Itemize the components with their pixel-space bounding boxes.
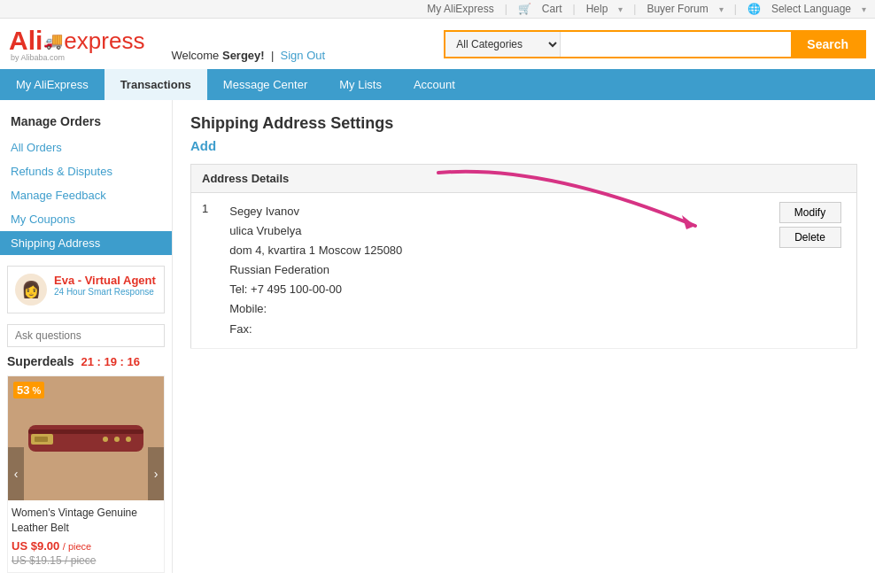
address-country: Russian Federation	[229, 260, 757, 280]
logo-subtitle: by Alibaba.com	[11, 53, 144, 62]
address-mobile: Mobile:	[229, 299, 757, 319]
help-dropdown-icon: ▾	[618, 4, 623, 14]
language-dropdown-icon: ▾	[862, 4, 866, 14]
product-title: Women's Vintage Genuine Leather Belt	[12, 506, 160, 536]
logo: Ali 🚚 express by Alibaba.com	[9, 26, 144, 62]
logo-express: express	[64, 27, 144, 55]
virtual-agent-section: 👩 Eva - Virtual Agent 24 Hour Smart Resp…	[7, 266, 165, 313]
address-number: 1	[191, 193, 220, 349]
globe-icon: 🌐	[747, 3, 761, 15]
product-prev-button[interactable]: ‹	[8, 447, 24, 500]
delete-button[interactable]: Delete	[779, 227, 841, 248]
sidebar-item-all-orders[interactable]: All Orders	[0, 135, 172, 159]
product-card[interactable]: 53 % ‹ › Women's Vintage Genuine Leather…	[7, 375, 165, 573]
cart-link[interactable]: Cart	[542, 3, 562, 15]
address-fax: Fax:	[229, 320, 757, 339]
search-input-wrap: All Categories Search	[444, 30, 866, 58]
discount-badge: 53 %	[13, 382, 44, 398]
address-tel: Tel: +7 495 100-00-00	[229, 280, 757, 299]
add-address-link[interactable]: Add	[190, 138, 216, 153]
tab-transactions[interactable]: Transactions	[105, 69, 207, 100]
svg-point-4	[103, 437, 108, 442]
category-select[interactable]: All Categories	[445, 32, 561, 57]
buyer-forum-link[interactable]: Buyer Forum	[647, 3, 708, 15]
address-name: Segey Ivanov	[229, 202, 757, 221]
belt-svg	[24, 394, 148, 483]
address-table-header: Address Details	[191, 165, 857, 193]
agent-avatar: 👩	[15, 274, 47, 306]
product-price: US $9.00 / piece	[12, 539, 160, 553]
address-section: Address Details 1 Segey Ivanov ulica Vru…	[190, 164, 857, 349]
tab-my-aliexpress[interactable]: My AliExpress	[0, 69, 105, 100]
very-top-bar: My AliExpress | 🛒 Cart | Help ▾ | Buyer …	[0, 0, 875, 19]
sign-out-link[interactable]: Sign Out	[281, 49, 326, 62]
buyer-forum-dropdown-icon: ▾	[719, 4, 724, 14]
header-section: Ali 🚚 express by Alibaba.com Welcome Ser…	[0, 19, 875, 69]
tab-account[interactable]: Account	[398, 69, 471, 100]
logo-truck-icon: 🚚	[43, 31, 63, 50]
agent-info: Eva - Virtual Agent 24 Hour Smart Respon…	[54, 274, 157, 297]
search-button[interactable]: Search	[791, 32, 864, 57]
help-link[interactable]: Help	[586, 3, 608, 15]
address-details: Segey Ivanov ulica Vrubelya dom 4, kvart…	[219, 193, 768, 349]
svg-point-6	[126, 437, 131, 442]
logo-ali: Ali	[9, 26, 43, 56]
search-area: All Categories Search	[444, 30, 866, 58]
svg-rect-3	[35, 437, 48, 442]
superdeals-section: Superdeals 21 : 19 : 16	[7, 354, 165, 573]
svg-point-5	[114, 437, 120, 442]
tab-message-center[interactable]: Message Center	[207, 69, 323, 100]
superdeals-timer: 21 : 19 : 16	[81, 355, 140, 368]
address-table: Address Details 1 Segey Ivanov ulica Vru…	[190, 164, 857, 349]
select-language-link[interactable]: Select Language	[771, 3, 851, 15]
modify-button[interactable]: Modify	[779, 202, 841, 223]
sidebar-item-shipping-address[interactable]: Shipping Address	[0, 231, 172, 255]
product-original-price: US $19.15 / piece	[12, 554, 160, 567]
logo-main: Ali 🚚 express	[9, 26, 144, 56]
address-street: ulica Vrubelya	[229, 221, 757, 241]
superdeals-title: Superdeals 21 : 19 : 16	[7, 354, 165, 368]
username: Sergey!	[222, 49, 265, 62]
sidebar-item-manage-feedback[interactable]: Manage Feedback	[0, 183, 172, 207]
my-aliexpress-link[interactable]: My AliExpress	[427, 3, 493, 15]
page-title: Shipping Address Settings	[190, 114, 857, 133]
agent-name: Eva - Virtual Agent	[54, 274, 157, 287]
address-line2: dom 4, kvartira 1 Moscow 125080	[229, 241, 757, 260]
agent-input[interactable]	[7, 324, 165, 347]
sidebar: Manage Orders All Orders Refunds & Dispu…	[0, 100, 173, 573]
header-left: Ali 🚚 express by Alibaba.com Welcome Ser…	[9, 26, 325, 62]
welcome-text: Welcome Sergey! | Sign Out	[171, 49, 325, 62]
nav-bar: My AliExpress Transactions Message Cente…	[0, 69, 875, 100]
main-content: Shipping Address Settings Add Address De…	[173, 100, 875, 573]
search-input[interactable]	[561, 32, 791, 57]
address-actions: Modify Delete	[769, 193, 857, 349]
product-next-button[interactable]: ›	[148, 447, 164, 500]
table-row: 1 Segey Ivanov ulica Vrubelya dom 4, kva…	[191, 193, 857, 349]
agent-sub: 24 Hour Smart Response	[54, 287, 157, 297]
cart-icon: 🛒	[518, 3, 531, 15]
sidebar-item-refunds-disputes[interactable]: Refunds & Disputes	[0, 159, 172, 183]
sidebar-item-my-coupons[interactable]: My Coupons	[0, 207, 172, 231]
tab-my-lists[interactable]: My Lists	[323, 69, 398, 100]
svg-rect-1	[28, 429, 143, 434]
sidebar-section-title: Manage Orders	[0, 109, 172, 135]
content-area: Manage Orders All Orders Refunds & Dispu…	[0, 100, 875, 573]
